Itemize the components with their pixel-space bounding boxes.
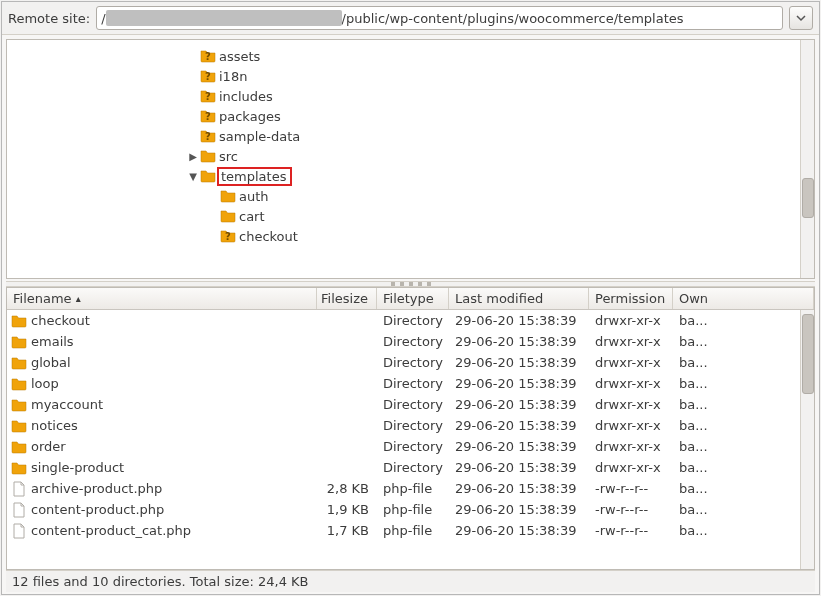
tree-item[interactable]: ▶src — [7, 146, 814, 166]
remote-path-text: /public/wp-content/plugins/woocommerce/t… — [342, 11, 684, 26]
folder-icon — [11, 439, 27, 455]
folder-q-icon — [200, 68, 216, 84]
tree-item-label: assets — [217, 49, 260, 64]
folder-icon — [11, 397, 27, 413]
folder-icon — [11, 355, 27, 371]
file-name: myaccount — [31, 397, 103, 412]
col-lastmodified[interactable]: Last modified — [449, 288, 589, 309]
tree-item[interactable]: includes — [7, 86, 814, 106]
file-modified: 29-06-20 15:38:39 — [449, 376, 589, 391]
file-modified: 29-06-20 15:38:39 — [449, 502, 589, 517]
file-name: checkout — [31, 313, 90, 328]
file-name: archive-product.php — [31, 481, 162, 496]
file-permissions: -rw-r--r-- — [589, 502, 673, 517]
file-permissions: -rw-r--r-- — [589, 481, 673, 496]
file-name: loop — [31, 376, 59, 391]
folder-icon — [11, 334, 27, 350]
file-type: php-file — [377, 523, 449, 538]
file-owner: ba... — [673, 502, 814, 517]
folder-q-icon — [200, 128, 216, 144]
table-row[interactable]: globalDirectory29-06-20 15:38:39drwxr-xr… — [7, 352, 814, 373]
tree-item[interactable]: ▼templates — [7, 166, 814, 186]
table-row[interactable]: checkoutDirectory29-06-20 15:38:39drwxr-… — [7, 310, 814, 331]
tree-item[interactable]: assets — [7, 46, 814, 66]
tree-item-label: cart — [237, 209, 265, 224]
table-row[interactable]: content-product.php1,9 KBphp-file29-06-2… — [7, 499, 814, 520]
tree-item[interactable]: i18n — [7, 66, 814, 86]
file-owner: ba... — [673, 355, 814, 370]
folder-icon — [11, 418, 27, 434]
tree-item[interactable]: checkout — [7, 226, 814, 246]
tree-scrollbar[interactable] — [800, 40, 814, 278]
file-name: global — [31, 355, 71, 370]
file-owner: ba... — [673, 313, 814, 328]
file-type: Directory — [377, 460, 449, 475]
column-headers: Filename▴ Filesize Filetype Last modifie… — [7, 288, 814, 310]
tree-item-label: packages — [217, 109, 281, 124]
tree-item-label: i18n — [217, 69, 247, 84]
table-row[interactable]: loopDirectory29-06-20 15:38:39drwxr-xr-x… — [7, 373, 814, 394]
tree-item[interactable]: auth — [7, 186, 814, 206]
table-row[interactable]: orderDirectory29-06-20 15:38:39drwxr-xr-… — [7, 436, 814, 457]
file-name: emails — [31, 334, 74, 349]
file-icon — [11, 523, 27, 539]
file-size: 1,7 KB — [317, 523, 377, 538]
file-permissions: drwxr-xr-x — [589, 460, 673, 475]
table-row[interactable]: emailsDirectory29-06-20 15:38:39drwxr-xr… — [7, 331, 814, 352]
file-type: Directory — [377, 439, 449, 454]
file-permissions: drwxr-xr-x — [589, 418, 673, 433]
scrollbar-thumb[interactable] — [802, 178, 814, 218]
file-type: Directory — [377, 334, 449, 349]
tree-item[interactable]: cart — [7, 206, 814, 226]
scrollbar-thumb[interactable] — [802, 314, 814, 394]
tree-item-label: templates — [217, 167, 292, 186]
folder-q-icon — [200, 48, 216, 64]
file-modified: 29-06-20 15:38:39 — [449, 460, 589, 475]
table-row[interactable]: content-product_cat.php1,7 KBphp-file29-… — [7, 520, 814, 541]
tree-item[interactable]: sample-data — [7, 126, 814, 146]
expander-icon[interactable]: ▼ — [187, 171, 199, 182]
file-modified: 29-06-20 15:38:39 — [449, 334, 589, 349]
file-name: notices — [31, 418, 78, 433]
sort-asc-icon: ▴ — [76, 293, 81, 304]
table-row[interactable]: archive-product.php2,8 KBphp-file29-06-2… — [7, 478, 814, 499]
chevron-down-icon — [795, 12, 807, 24]
file-owner: ba... — [673, 418, 814, 433]
file-modified: 29-06-20 15:38:39 — [449, 418, 589, 433]
ftp-window: Remote site: / /public/wp-content/plugin… — [1, 1, 820, 595]
file-owner: ba... — [673, 397, 814, 412]
col-permission[interactable]: Permission — [589, 288, 673, 309]
remote-path-input[interactable]: / /public/wp-content/plugins/woocommerce… — [96, 6, 783, 30]
file-owner: ba... — [673, 481, 814, 496]
table-row[interactable]: myaccountDirectory29-06-20 15:38:39drwxr… — [7, 394, 814, 415]
col-filesize[interactable]: Filesize — [317, 288, 377, 309]
path-dropdown-button[interactable] — [789, 6, 813, 30]
file-permissions: drwxr-xr-x — [589, 439, 673, 454]
folder-icon — [11, 460, 27, 476]
col-filetype[interactable]: Filetype — [377, 288, 449, 309]
file-icon — [11, 502, 27, 518]
file-owner: ba... — [673, 376, 814, 391]
folder-icon — [220, 208, 236, 224]
tree-item-label: includes — [217, 89, 273, 104]
folder-q-icon — [220, 228, 236, 244]
table-row[interactable]: noticesDirectory29-06-20 15:38:39drwxr-x… — [7, 415, 814, 436]
file-type: php-file — [377, 481, 449, 496]
file-name: content-product.php — [31, 502, 164, 517]
file-owner: ba... — [673, 334, 814, 349]
folder-icon — [11, 376, 27, 392]
expander-icon[interactable]: ▶ — [187, 151, 199, 162]
remote-tree-pane[interactable]: assetsi18nincludespackagessample-data▶sr… — [6, 39, 815, 279]
folder-q-icon — [200, 88, 216, 104]
list-scrollbar[interactable] — [800, 310, 814, 569]
folder-icon — [200, 168, 216, 184]
file-type: php-file — [377, 502, 449, 517]
table-row[interactable]: single-productDirectory29-06-20 15:38:39… — [7, 457, 814, 478]
tree-item[interactable]: packages — [7, 106, 814, 126]
col-filename[interactable]: Filename▴ — [7, 288, 317, 309]
file-permissions: drwxr-xr-x — [589, 334, 673, 349]
file-list-pane[interactable]: Filename▴ Filesize Filetype Last modifie… — [6, 287, 815, 570]
folder-icon — [200, 148, 216, 164]
col-owner[interactable]: Own — [673, 288, 814, 309]
remote-site-label: Remote site: — [8, 11, 90, 26]
